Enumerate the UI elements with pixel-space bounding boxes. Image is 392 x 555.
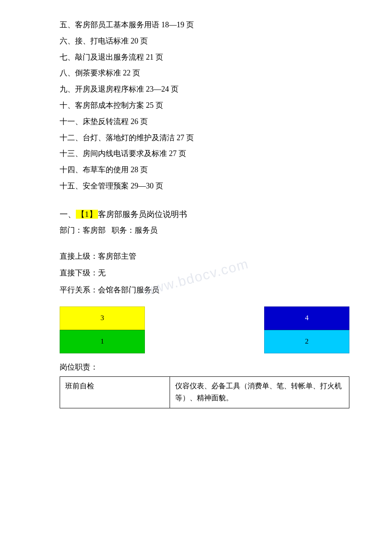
toc-item-8: 八、倒茶要求标准 22 页 [60,65,349,81]
box-yellow: 3 [60,306,145,330]
title-highlight: 【1】 [76,210,98,219]
title-prefix: 一、 [60,210,76,219]
toc-item-10: 十、客房部成本控制方案 25 页 [60,98,349,114]
dept-label: 部门：客房部 [60,226,106,234]
box1-label: 1 [101,337,104,346]
toc-item-11: 十一、床垫反转流程 26 页 [60,114,349,130]
toc-item-15: 十五、安全管理预案 29—30 页 [60,178,349,194]
diagram-area: 3 1 4 2 [60,306,349,353]
diagram-right: 4 2 [264,306,349,353]
title-suffix: 客房部服务员岗位说明书 [98,210,187,219]
duties-label: 岗位职责： [60,362,349,372]
box-blue-dark: 4 [264,306,349,330]
hierarchy-peer: 平行关系：会馆各部门服务员 [60,282,349,299]
hierarchy-subordinate: 直接下级：无 [60,265,349,282]
box-green: 1 [60,330,145,353]
dept-info: 部门：客房部 职务：服务员 [60,223,349,238]
toc-item-14: 十四、布草车的使用 28 页 [60,162,349,178]
table-row: 班前自检 仪容仪表、必备工具（消费单、笔、转帐单、打火机等）、精神面貌。 [60,376,349,408]
toc-item-12: 十二、台灯、落地灯的维护及清洁 27 页 [60,130,349,146]
duties-table: 班前自检 仪容仪表、必备工具（消费单、笔、转帐单、打火机等）、精神面貌。 [60,376,349,409]
box-cyan: 2 [264,330,349,353]
toc-item-5: 五、客房部员工基本服务用语 18—19 页 [60,17,349,33]
toc-item-13: 十三、房间内线电话要求及标准 27 页 [60,146,349,162]
hierarchy-superior: 直接上级：客房部主管 [60,248,349,265]
section1-title: 一、【1】客房部服务员岗位说明书 [60,206,349,223]
hierarchy-section: 直接上级：客房部主管 直接下级：无 平行关系：会馆各部门服务员 [60,248,349,299]
toc-item-9: 九、开房及退房程序标准 23—24 页 [60,81,349,98]
diagram-gap [145,306,264,353]
toc-item-7: 七、敲门及退出服务流程 21 页 [60,49,349,66]
toc-section: 五、客房部员工基本服务用语 18—19 页 六、接、打电话标准 20 页 七、敲… [60,17,349,194]
box2-label: 2 [305,337,309,346]
box4-label: 4 [305,314,309,322]
box3-label: 3 [101,314,104,322]
diagram-left: 3 1 [60,306,145,353]
toc-item-6: 六、接、打电话标准 20 页 [60,33,349,49]
duties-col-right: 仪容仪表、必备工具（消费单、笔、转帐单、打火机等）、精神面貌。 [170,376,349,408]
position-label: 职务：服务员 [112,226,158,234]
duties-col-left: 班前自检 [60,376,170,408]
